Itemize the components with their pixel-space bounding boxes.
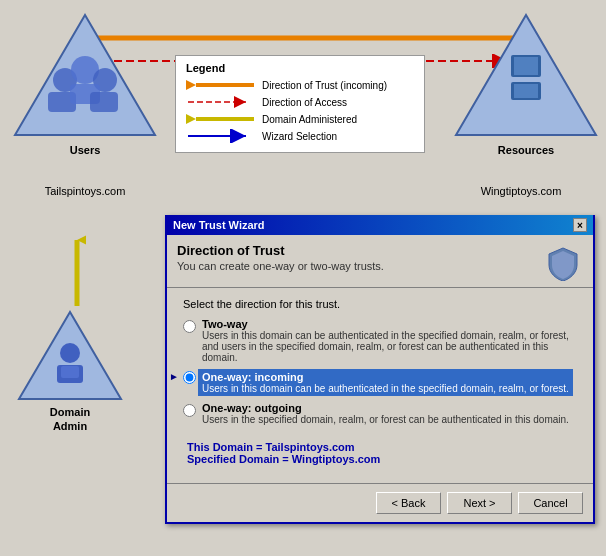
radio-incoming-desc: Users in this domain can be authenticate…	[202, 383, 569, 394]
left-triangle-container: Users	[10, 10, 160, 156]
radio-outgoing[interactable]	[183, 404, 196, 417]
svg-rect-10	[90, 92, 118, 112]
dialog-instruction: Select the direction for this trust.	[183, 298, 577, 310]
legend-row-admin: Domain Administered	[186, 112, 414, 126]
left-triangle-label: Users	[10, 144, 160, 156]
legend-row-access: Direction of Access	[186, 95, 414, 109]
radio-outgoing-label: One-way: outgoing	[202, 402, 569, 414]
radio-twoway-label: Two-way	[202, 318, 577, 330]
svg-rect-15	[514, 84, 538, 98]
legend-wizard-label: Wizard Selection	[262, 131, 337, 142]
legend-access-label: Direction of Access	[262, 97, 347, 108]
right-triangle-svg	[451, 10, 601, 140]
radio-option-twoway[interactable]: Two-way Users in this domain can be auth…	[183, 318, 577, 363]
dialog-footer: < Back Next > Cancel	[167, 483, 593, 522]
dialog-header-icon	[543, 243, 583, 283]
right-triangle-container: Resources	[451, 10, 601, 156]
legend-box: Legend Direction of Trust (incoming)	[175, 55, 425, 153]
svg-point-27	[60, 343, 80, 363]
dialog-subheading: You can create one-way or two-way trusts…	[177, 260, 384, 272]
radio-incoming-content: One-way: incoming Users in this domain c…	[198, 369, 573, 396]
radio-option-incoming[interactable]: One-way: incoming Users in this domain c…	[183, 369, 577, 396]
svg-rect-29	[61, 366, 79, 378]
vertical-yellow-arrow	[68, 228, 86, 308]
domain-label-right: Wingtiptoys.com	[441, 185, 601, 197]
right-triangle-label: Resources	[451, 144, 601, 156]
radio-option-outgoing[interactable]: One-way: outgoing Users in the specified…	[183, 402, 577, 425]
diagram-area: Users Resources Tailspintoys.com Wingtip…	[0, 0, 606, 220]
next-button[interactable]: Next >	[447, 492, 512, 514]
dialog-titlebar: New Trust Wizard ×	[167, 215, 593, 235]
bottom-left-triangle-svg	[15, 308, 125, 403]
svg-rect-13	[514, 57, 538, 75]
radio-incoming[interactable]	[183, 371, 196, 384]
specified-domain-text: Specified Domain = Wingtiptoys.com	[187, 453, 573, 465]
legend-trust-label: Direction of Trust (incoming)	[262, 80, 387, 91]
radio-incoming-label: One-way: incoming	[202, 371, 569, 383]
legend-title: Legend	[186, 62, 414, 74]
radio-outgoing-content: One-way: outgoing Users in the specified…	[202, 402, 569, 425]
radio-twoway[interactable]	[183, 320, 196, 333]
back-button[interactable]: < Back	[376, 492, 441, 514]
left-triangle-svg	[10, 10, 160, 140]
domain-label-left: Tailspintoys.com	[10, 185, 160, 197]
legend-admin-label: Domain Administered	[262, 114, 357, 125]
cancel-button[interactable]: Cancel	[518, 492, 583, 514]
radio-twoway-desc: Users in this domain can be authenticate…	[202, 330, 577, 363]
dialog-header: Direction of Trust You can create one-wa…	[167, 235, 593, 288]
radio-twoway-content: Two-way Users in this domain can be auth…	[202, 318, 577, 363]
bottom-left-triangle-label: DomainAdmin	[15, 405, 125, 434]
dialog-heading: Direction of Trust	[177, 243, 384, 258]
dialog-info-text: This Domain = Tailspintoys.com Specified…	[183, 435, 577, 471]
dialog-close-button[interactable]: ×	[573, 218, 587, 232]
dialog-body: Select the direction for this trust. Two…	[167, 292, 593, 477]
bottom-left-triangle-container: DomainAdmin	[15, 308, 125, 434]
this-domain-text: This Domain = Tailspintoys.com	[187, 441, 573, 453]
legend-row-wizard: Wizard Selection	[186, 129, 414, 143]
radio-outgoing-desc: Users in the specified domain, realm, or…	[202, 414, 569, 425]
new-trust-wizard-dialog: New Trust Wizard × Direction of Trust Yo…	[165, 215, 595, 524]
legend-row-trust: Direction of Trust (incoming)	[186, 78, 414, 92]
dialog-title: New Trust Wizard	[173, 219, 265, 231]
dialog-header-text: Direction of Trust You can create one-wa…	[177, 243, 384, 272]
